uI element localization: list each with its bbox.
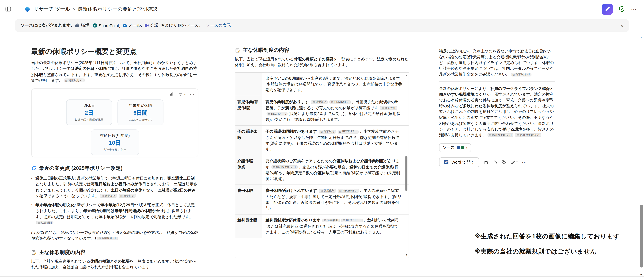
- source-citation-badge[interactable]: 福利厚生規定 +1: [272, 165, 298, 169]
- sidebar-toggle-button[interactable]: [3, 4, 13, 14]
- source-citation-badge[interactable]: 就業規則: [319, 130, 336, 133]
- text-segment: 介護休暇: [314, 170, 330, 175]
- security-shield-button[interactable]: [618, 6, 625, 12]
- divider: [439, 82, 555, 82]
- topbar: リサーチ ツール > 最新休暇ポリシーの要約と説明確認 ⋯: [0, 0, 644, 18]
- source-citation-badge[interactable]: 就業規則: [100, 194, 117, 198]
- source-citation-badge[interactable]: 就業規則: [36, 221, 53, 224]
- table-scroll-thumb[interactable]: [405, 156, 408, 191]
- text-segment: 最新の休暇ポリシーにより、: [439, 86, 490, 91]
- topbar-actions: ⋯: [602, 4, 637, 15]
- copy-icon: [484, 160, 488, 165]
- source-citation-badge[interactable]: 就業規則: [380, 106, 397, 110]
- sources-pill-button[interactable]: ソース ›: [439, 143, 471, 152]
- breadcrumb-separator: >: [73, 7, 75, 12]
- text-segment: 働きやすい職場環境づくり: [439, 92, 486, 97]
- source-citation-badge[interactable]: RECRUIT ...: [330, 100, 351, 104]
- memo-icon: [235, 48, 240, 53]
- summary-column: 補足: 上記のほか、業務上やむを得ない事情で勤務日に出勤できない場合の対応(例:…: [439, 49, 555, 167]
- source-citation-badge[interactable]: RECRUIT ...: [338, 130, 359, 133]
- svg-text:S: S: [94, 24, 96, 27]
- text-segment: 年末年始休暇の明文化:: [36, 202, 76, 207]
- row-body: 慶弔休暇が設けられています 就業規則RECRUIT ...。本人の結婚やご家族の…: [262, 185, 409, 214]
- leave-section-heading: 主な休暇制度の内容: [235, 47, 409, 54]
- page-scroll-thumb[interactable]: [640, 205, 643, 267]
- changes-list: • 週休二日制の正式導入: 最新の就業規則では毎週土曜日も休日に追加され、完全週…: [31, 176, 198, 226]
- source-citation-badge[interactable]: 福利厚生規定 +1: [515, 133, 541, 137]
- stat-label: 年末年始休暇: [120, 103, 162, 108]
- text-segment: 年末年始の期間は毎年6日間連続の休暇: [83, 208, 152, 213]
- text-segment: を確保できるようになっています。: [36, 193, 99, 198]
- row-label: 介護休暇・休業: [235, 155, 262, 185]
- table-scroll-up-button[interactable]: ▲: [404, 74, 409, 76]
- bottom-border: [0, 276, 644, 277]
- tag-button[interactable]: [502, 160, 506, 165]
- research-tool-window: リサーチ ツール > 最新休暇ポリシーの要約と説明確認 ⋯ ソースには次が含まれ…: [0, 0, 644, 280]
- visualization-button[interactable]: [170, 92, 174, 97]
- change-view-button[interactable]: ▾: [178, 92, 186, 97]
- stat-value: 6日間: [120, 109, 162, 117]
- source-citation-badge[interactable]: 就業規則: [322, 218, 340, 222]
- source-citation-badge[interactable]: RECRUIT ...: [338, 189, 359, 193]
- compose-button[interactable]: [602, 4, 613, 15]
- source-citation-badge[interactable]: 就業規則 +1: [511, 73, 532, 76]
- text-segment: 社員のワークライフバランス確保: [490, 86, 550, 91]
- document-column: 最新の休暇ポリシー概要と変更点 当社の最新の休暇ポリシー(2025年4月1日施行…: [31, 47, 198, 270]
- document-title: 最新の休暇ポリシー概要と変更点: [31, 47, 198, 56]
- stat-label: 有給休暇(初年度): [92, 133, 137, 138]
- text-segment: 。家族の介護が必要な場合、: [298, 164, 350, 169]
- source-meeting-label: 会議: [150, 23, 158, 28]
- stat-value: 2日: [68, 109, 110, 117]
- source-citation-badge[interactable]: RECRUIT ...: [341, 218, 362, 222]
- video-camera-icon: [144, 23, 149, 28]
- response-actions: W Word で開く ▾ ⋯: [439, 157, 555, 167]
- text-segment: 休暇の種類とその概要: [294, 57, 334, 61]
- text-segment: [317, 129, 318, 134]
- text-segment: 安心して働ける環境: [486, 127, 522, 131]
- table-scroll-down-button[interactable]: ▼: [404, 253, 409, 256]
- bullet-marker: •: [31, 202, 33, 226]
- app-logo-icon: [24, 6, 31, 13]
- thumbs-up-icon: [492, 160, 498, 165]
- page-title: 最新休暇ポリシーの要約と説明確認: [78, 6, 157, 13]
- show-sources-link[interactable]: ソースの表示: [206, 23, 231, 28]
- leave-intro-paragraph: 以下、当社で現在適用されている休暇の種類とその概要を一覧表にまとめます。法定で定…: [235, 56, 409, 68]
- swap-arrows-icon: [178, 92, 184, 97]
- edit-button[interactable]: ▾: [510, 160, 518, 165]
- source-citation-badge[interactable]: 就業規則 +1: [64, 79, 84, 82]
- text-segment: となり、: [142, 187, 158, 192]
- intro-paragraph: 当社の最新の休暇ポリシー(2025年4月1日施行)について、全社員向けにわかりや…: [31, 60, 198, 84]
- table-row: 出産予定日の6週間前から出産後8週間まで、法定どおり勤務を免除されます(多胎妊娠…: [235, 73, 409, 96]
- banner-close-button[interactable]: ×: [620, 22, 624, 29]
- page-scroll-up-button[interactable]: ▲: [638, 36, 644, 39]
- source-citation-badge[interactable]: 就業規則: [118, 194, 136, 198]
- memo-icon: [31, 250, 36, 255]
- stat-cards-panel: ▾ ⋯ 週休日 2日 毎週土曜・日曜が休日 年末年始休暇 6日間 12/29〜1…: [31, 88, 198, 157]
- stat-sub: 入社半年後に付与: [92, 148, 137, 152]
- table-row: 介護休暇・休業 要介護状態のご家族をケアするための介護休暇および介護休業制度があ…: [235, 155, 409, 185]
- source-citation-badge[interactable]: 就業規則: [311, 100, 328, 104]
- chevron-right-icon: ›: [466, 145, 468, 150]
- thumbs-up-button[interactable]: [492, 160, 498, 165]
- card-more-button[interactable]: ⋯: [190, 92, 194, 96]
- table-row: 慶弔休暇 慶弔休暇が設けられています 就業規則RECRUIT ...。本人の結婚…: [235, 185, 409, 214]
- page-scroll-down-button[interactable]: ▼: [638, 273, 644, 276]
- mini-doc-icon: [461, 146, 464, 149]
- row-body: 要介護状態のご家族をケアするための介護休暇および介護休業制度があります 福利厚生…: [262, 155, 409, 185]
- source-citation-badge[interactable]: RECRUIT ...: [266, 112, 288, 116]
- stat-value: 10日: [92, 139, 137, 147]
- source-citation-badge[interactable]: 就業規則 +1: [97, 236, 118, 240]
- more-menu-button[interactable]: ⋯: [631, 6, 637, 12]
- response-more-button[interactable]: ⋯: [522, 159, 527, 165]
- bullet-text: 週休二日制の正式導入: 最新の就業規則では毎週土曜日も休日に追加され、完全週休二…: [36, 176, 198, 199]
- text-segment: 育児休業制度があります: [266, 100, 309, 104]
- source-citation-badge[interactable]: 就業規則: [319, 189, 336, 193]
- list-item: • 週休二日制の正式導入: 最新の就業規則では毎週土曜日も休日に追加され、完全週…: [31, 176, 198, 199]
- open-in-word-button[interactable]: W Word で開く: [439, 157, 479, 167]
- leave-heading-text: 主な休暇制度の内容: [243, 47, 289, 54]
- copy-button[interactable]: [484, 160, 488, 165]
- svg-text:W: W: [445, 161, 448, 164]
- row-label: 裁判員休暇: [235, 214, 262, 238]
- source-citation-badge[interactable]: 福利厚生規定 +1: [488, 133, 514, 137]
- text-segment: 出産予定日の6週間前から出産後8週間まで、法定どおり勤務を免除されます(多胎妊娠…: [266, 76, 402, 92]
